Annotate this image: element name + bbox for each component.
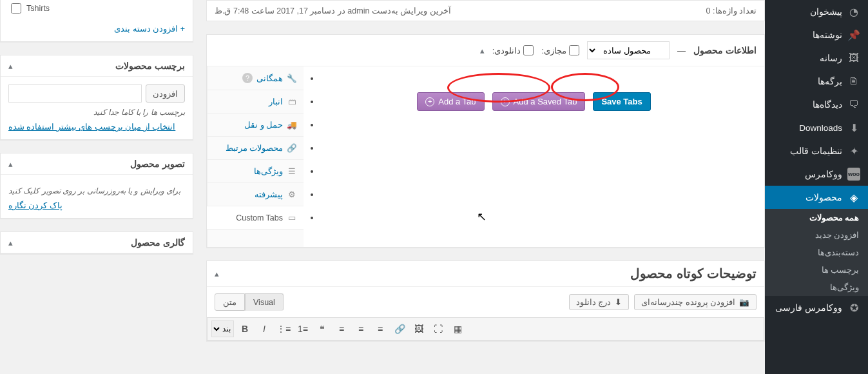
product-icon: ◈ <box>847 191 860 204</box>
editor-tab-text[interactable]: متن <box>215 293 245 311</box>
product-type-select[interactable]: محصول ساده <box>587 41 670 59</box>
add-category-link[interactable]: + افزودن دسته بندی <box>8 24 185 34</box>
editor-tab-visual[interactable]: Visual <box>245 293 284 311</box>
block-format-select[interactable]: بند <box>211 320 234 337</box>
save-tabs-button[interactable]: Save Tabs <box>593 92 650 111</box>
menu-products[interactable]: ◈ محصولات <box>765 186 868 209</box>
products-submenu: همه محصولات افزودن جدید دسته‌بندی‌ها برچ… <box>765 209 868 296</box>
dashboard-icon: ◔ <box>847 5 860 18</box>
downloadable-checkbox[interactable] <box>523 45 534 55</box>
custom-tabs-panel: + Add a Tab + Add a Saved Tab Save Tabs <box>304 66 764 247</box>
tabs-icon: ▭ <box>287 213 297 222</box>
truck-icon: 🚚 <box>287 120 297 130</box>
add-tab-button[interactable]: + Add a Tab <box>417 92 484 111</box>
toggle-icon[interactable]: ▴ <box>480 46 485 55</box>
align-right-button[interactable]: ≡ <box>333 320 350 337</box>
submenu-all-products[interactable]: همه محصولات <box>765 209 868 226</box>
link-button[interactable]: 🔗 <box>391 320 408 337</box>
button-label: درج دانلود <box>576 297 611 307</box>
category-checkbox[interactable] <box>11 3 21 14</box>
plus-icon: + <box>501 97 510 106</box>
insert-button[interactable]: 🖼 <box>410 320 427 337</box>
downloadable-label: دانلودی: <box>492 46 521 55</box>
product-tags-box: برچسب محصولات ▴ افزودن برچسب ها را با کا… <box>0 55 193 140</box>
woofa-icon: ✪ <box>847 301 860 314</box>
dash: — <box>677 46 686 55</box>
add-saved-tab-button[interactable]: + Add a Saved Tab <box>492 92 586 111</box>
tab-advanced[interactable]: ⚙پیشرفته <box>207 183 304 206</box>
menu-theme-options[interactable]: ✦تنظیمات قالب <box>765 139 868 162</box>
bold-button[interactable]: B <box>236 320 253 337</box>
toolbar-toggle-button[interactable]: ▦ <box>449 320 466 337</box>
menu-woocommerce-fa[interactable]: ✪ووکامرس فارسی <box>765 296 868 319</box>
submenu-tags[interactable]: برچسب ها <box>765 261 868 279</box>
short-description-box: توضیحات کوتاه محصول ▴ 📷 افزودن پرونده چن… <box>206 261 765 341</box>
add-tag-button[interactable]: افزودن <box>146 84 185 103</box>
tab-label: Custom Tabs <box>236 213 283 222</box>
menu-posts[interactable]: 📌نوشته‌ها <box>765 23 868 46</box>
download-icon: ⬇ <box>847 121 860 134</box>
insert-download-button[interactable]: ⬇ درج دانلود <box>569 294 629 310</box>
word-count: تعداد واژه‌ها: 0 <box>706 6 757 15</box>
button-label: Add a Tab <box>438 97 476 106</box>
last-edit-info: آخرین ویرایش به‌دست admin در دسامبر 17, … <box>215 6 451 15</box>
align-center-button[interactable]: ≡ <box>352 320 369 337</box>
toggle-icon[interactable]: ▴ <box>8 238 13 248</box>
menu-label: ووکامرس <box>805 169 842 179</box>
tab-shipping[interactable]: 🚚حمل و نقل <box>207 113 304 136</box>
submenu-attributes[interactable]: ویژگی‌ها <box>765 279 868 296</box>
toggle-icon[interactable]: ▴ <box>8 159 13 169</box>
category-label: Tshirts <box>26 4 50 13</box>
wrench-icon: 🔧 <box>287 74 297 83</box>
media-icon: 🖾 <box>847 52 860 64</box>
toggle-icon[interactable]: ▴ <box>215 269 219 279</box>
tab-linked[interactable]: 🔗محصولات مرتبط <box>207 137 304 159</box>
add-media-button[interactable]: 📷 افزودن پرونده چندرسانه‌ای <box>634 294 757 310</box>
tab-attributes[interactable]: ☰ویژگی‌ها <box>207 160 304 182</box>
menu-label: Downloads <box>799 123 842 133</box>
tag-input[interactable] <box>8 84 142 103</box>
bullet-list-button[interactable]: ⋮≡ <box>275 320 292 337</box>
tab-label: انبار <box>269 97 283 106</box>
virtual-checkbox[interactable] <box>569 45 579 55</box>
virtual-toggle[interactable]: مجازی: <box>541 45 579 55</box>
submenu-categories[interactable]: دسته‌بندی‌ها <box>765 244 868 261</box>
menu-label: دیدگاه‌ها <box>813 99 842 110</box>
downloadable-toggle[interactable]: دانلودی: <box>492 45 534 55</box>
sparkle-icon: ✦ <box>847 144 860 157</box>
media-row: 📷 افزودن پرونده چندرسانه‌ای ⬇ درج دانلود… <box>207 287 764 317</box>
menu-woocommerce[interactable]: wooووکامرس <box>765 162 868 186</box>
menu-pages[interactable]: 🗎برگه‌ها <box>765 70 868 93</box>
remove-image-link[interactable]: پاک کردن نگاره <box>8 201 185 210</box>
number-list-button[interactable]: 1≡ <box>294 320 311 337</box>
list-icon: ☰ <box>287 166 297 176</box>
menu-dashboard[interactable]: ◔پیشخوان <box>765 0 868 23</box>
tab-general[interactable]: 🔧همگانی? <box>207 66 304 90</box>
menu-label: محصولات <box>805 192 842 202</box>
image-hint: برای ویرایش و یا به‌روزرسانی بر روی تصوی… <box>8 186 185 195</box>
menu-comments[interactable]: 🗨دیدگاه‌ها <box>765 93 868 116</box>
quote-button[interactable]: ❝ <box>314 320 331 337</box>
help-icon[interactable]: ? <box>242 73 253 83</box>
menu-label: برگه‌ها <box>818 76 842 86</box>
virtual-label: مجازی: <box>541 46 566 55</box>
menu-label: پیشخوان <box>810 6 842 17</box>
tab-label: حمل و نقل <box>244 120 283 130</box>
italic-button[interactable]: I <box>256 320 273 337</box>
fullscreen-button[interactable]: ⛶ <box>430 320 447 337</box>
popular-tags-link[interactable]: انتخاب از میان برچسب های بیشتر استفاده ش… <box>8 122 185 132</box>
toggle-icon[interactable]: ▴ <box>8 61 13 71</box>
menu-media[interactable]: 🖾رسانه <box>765 46 868 70</box>
align-left-button[interactable]: ≡ <box>372 320 389 337</box>
box-title: توضیحات کوتاه محصول <box>630 266 757 281</box>
button-label: Add a Saved Tab <box>514 97 577 106</box>
menu-downloads[interactable]: ⬇Downloads <box>765 116 868 139</box>
submenu-add-new[interactable]: افزودن جدید <box>765 226 868 244</box>
side-column: Tshirts + افزودن دسته بندی برچسب محصولات… <box>0 0 193 267</box>
box-title: تصویر محصول <box>130 159 185 169</box>
woo-icon: woo <box>847 168 860 181</box>
tab-custom-tabs[interactable]: ▭Custom Tabs <box>207 206 304 229</box>
tab-inventory[interactable]: 🗃انبار <box>207 90 304 113</box>
product-data-header: ▴ دانلودی: مجازی: محصول ساده — اطلاعات م… <box>207 35 764 66</box>
product-data-box: ▴ دانلودی: مجازی: محصول ساده — اطلاعات م… <box>206 34 765 248</box>
